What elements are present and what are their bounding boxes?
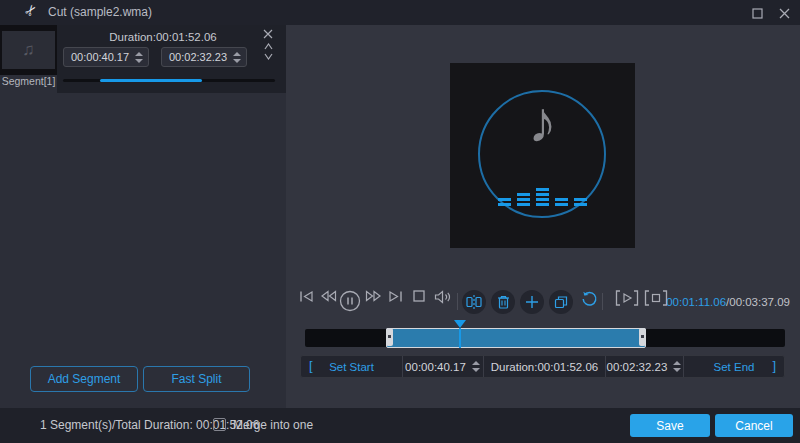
step-up-icon[interactable]: [472, 361, 480, 365]
footer-bar: 1 Segment(s)/Total Duration: 00:01:52.06…: [0, 408, 800, 443]
step-up-icon[interactable]: [673, 361, 681, 365]
skip-start-button[interactable]: [297, 290, 315, 303]
pause-icon: [339, 290, 361, 312]
music-note-icon: ♪: [450, 93, 635, 151]
segment-range-bar[interactable]: [63, 79, 275, 82]
step-down-icon[interactable]: [673, 368, 681, 372]
duration-value: Duration:00:01:52.06: [491, 361, 598, 373]
time-display: 00:01:11.06/00:03:37.09: [666, 296, 790, 308]
step-up-icon[interactable]: [135, 52, 143, 56]
skip-end-icon: [388, 290, 403, 303]
start-time-stepper[interactable]: [471, 361, 481, 372]
split-button[interactable]: [462, 290, 486, 314]
volume-icon: [434, 290, 452, 304]
playhead-line: [459, 328, 461, 348]
segment-thumbnail[interactable]: ♫: [2, 31, 55, 69]
segments-summary: 1 Segment(s)/Total Duration: 00:01:52.06: [40, 418, 259, 432]
window-title: Cut (sample2.wma): [48, 5, 152, 19]
total-time: /00:03:37.09: [726, 296, 790, 308]
maximize-icon: [752, 8, 763, 19]
end-time-input[interactable]: 00:02:32.23: [606, 356, 684, 377]
delete-segment-button[interactable]: [263, 29, 273, 39]
delete-button[interactable]: [491, 290, 515, 314]
stop-button[interactable]: [411, 290, 427, 302]
copy-icon: [554, 295, 568, 309]
rewind-button[interactable]: [319, 290, 337, 302]
music-note-icon: ♫: [22, 40, 35, 60]
title-bar: ✂ Cut (sample2.wma): [0, 0, 800, 25]
skip-end-button[interactable]: [386, 290, 404, 303]
segment-end-input[interactable]: 00:02:32.23: [161, 47, 247, 67]
close-button[interactable]: [775, 5, 793, 21]
bracket-play-icon: [615, 290, 639, 306]
duration-cell: Duration:00:01:52.06: [484, 356, 606, 377]
forward-icon: [365, 290, 382, 302]
volume-button[interactable]: [433, 290, 453, 304]
segment-start-value: 00:00:40.17: [71, 51, 134, 63]
trim-bar: [ Set Start 00:00:40.17 Duration:00:01:5…: [300, 355, 785, 378]
maximize-button[interactable]: [748, 5, 766, 21]
segment-start-input[interactable]: 00:00:40.17: [63, 47, 149, 67]
chevron-down-icon: [264, 53, 273, 60]
playhead-marker[interactable]: [454, 320, 466, 328]
timeline-selection[interactable]: [386, 328, 646, 348]
preview-stop-button[interactable]: [643, 290, 669, 306]
forward-button[interactable]: [364, 290, 382, 302]
fast-split-button[interactable]: Fast Split: [143, 366, 250, 392]
close-bracket: ]: [772, 358, 776, 373]
segment-end-value: 00:02:32.23: [169, 51, 232, 63]
audio-preview-area: ♪: [450, 63, 635, 248]
skip-start-icon: [299, 290, 314, 303]
end-time-value: 00:02:32.23: [607, 361, 668, 373]
segment-list-panel: ♫ Segment[1] Duration:00:01:52.06 00:00:…: [0, 25, 286, 408]
preview-play-button[interactable]: [614, 290, 640, 306]
divider: [457, 293, 458, 310]
segment-duration: Duration:00:01:52.06: [57, 31, 269, 43]
segment-card[interactable]: Duration:00:01:52.06 00:00:40.17 – 00:02…: [57, 25, 286, 93]
timeline-track[interactable]: [305, 329, 785, 347]
move-segment-up-button[interactable]: [264, 43, 273, 50]
merge-label: Merge into one: [233, 418, 313, 432]
segment-start-stepper[interactable]: [134, 52, 144, 63]
segment-label: Segment[1]: [0, 75, 57, 87]
add-segment-button[interactable]: Add Segment: [30, 366, 138, 392]
move-segment-down-button[interactable]: [264, 53, 273, 60]
segment-thumbnail-frame: ♫: [0, 25, 57, 75]
pause-button[interactable]: [338, 290, 362, 312]
set-start-label: Set Start: [329, 361, 374, 373]
close-icon: [779, 8, 790, 19]
reset-icon: [581, 290, 598, 307]
copy-button[interactable]: [549, 290, 573, 314]
set-end-button[interactable]: Set End ]: [684, 356, 784, 377]
step-down-icon[interactable]: [472, 368, 480, 372]
bracket-stop-icon: [644, 290, 668, 306]
step-up-icon[interactable]: [233, 52, 241, 56]
set-end-label: Set End: [714, 361, 755, 373]
selection-end-handle[interactable]: [639, 328, 646, 346]
start-time-input[interactable]: 00:00:40.17: [403, 356, 484, 377]
divider: [602, 293, 603, 310]
rewind-icon: [320, 290, 337, 302]
trash-icon: [497, 295, 510, 309]
step-down-icon[interactable]: [233, 59, 241, 63]
open-bracket: [: [309, 358, 313, 373]
cut-dialog: ✂ Cut (sample2.wma) ♫ Segment[1] Duratio…: [0, 0, 800, 443]
chevron-up-icon: [264, 43, 273, 50]
close-icon: [263, 29, 273, 39]
add-button[interactable]: [520, 290, 544, 314]
end-time-stepper[interactable]: [672, 361, 682, 372]
equalizer-icon: [450, 188, 635, 206]
plus-icon: [525, 295, 539, 309]
scissors-icon: ✂: [21, 1, 41, 20]
cancel-button[interactable]: Cancel: [715, 414, 793, 437]
segment-range-fill: [100, 79, 202, 82]
selection-start-handle[interactable]: [386, 328, 393, 346]
segment-end-stepper[interactable]: [232, 52, 242, 63]
merge-checkbox[interactable]: [213, 418, 226, 431]
start-time-value: 00:00:40.17: [405, 361, 466, 373]
save-button[interactable]: Save: [630, 414, 710, 437]
reset-button[interactable]: [579, 290, 599, 307]
current-time: 00:01:11.06: [666, 296, 726, 308]
set-start-button[interactable]: [ Set Start: [301, 356, 403, 377]
step-down-icon[interactable]: [135, 59, 143, 63]
